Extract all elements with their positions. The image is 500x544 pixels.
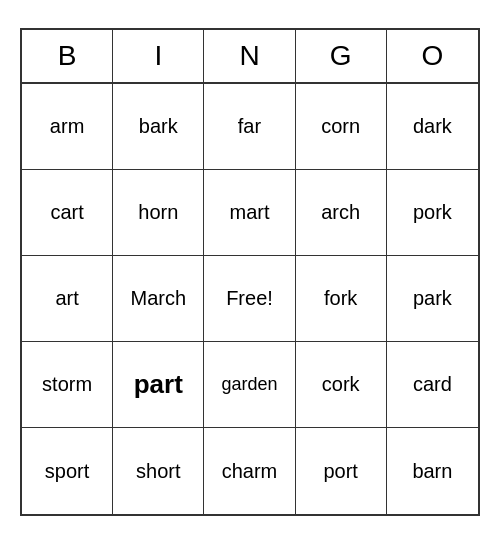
- bingo-header: BINGO: [22, 30, 478, 84]
- bingo-cell: storm: [22, 342, 113, 428]
- bingo-cell: sport: [22, 428, 113, 514]
- bingo-cell: cork: [296, 342, 387, 428]
- header-letter: B: [22, 30, 113, 82]
- header-letter: N: [204, 30, 295, 82]
- bingo-cell: mart: [204, 170, 295, 256]
- bingo-cell: arm: [22, 84, 113, 170]
- bingo-cell: fork: [296, 256, 387, 342]
- bingo-cell: bark: [113, 84, 204, 170]
- bingo-cell: dark: [387, 84, 478, 170]
- bingo-cell: barn: [387, 428, 478, 514]
- bingo-cell: March: [113, 256, 204, 342]
- bingo-cell: pork: [387, 170, 478, 256]
- bingo-cell: Free!: [204, 256, 295, 342]
- bingo-cell: far: [204, 84, 295, 170]
- bingo-cell: art: [22, 256, 113, 342]
- bingo-cell: short: [113, 428, 204, 514]
- bingo-cell: corn: [296, 84, 387, 170]
- bingo-cell: arch: [296, 170, 387, 256]
- bingo-grid: armbarkfarcorndarkcarthornmartarchporkar…: [22, 84, 478, 514]
- bingo-card: BINGO armbarkfarcorndarkcarthornmartarch…: [20, 28, 480, 516]
- bingo-cell: horn: [113, 170, 204, 256]
- header-letter: G: [296, 30, 387, 82]
- bingo-cell: port: [296, 428, 387, 514]
- bingo-cell: park: [387, 256, 478, 342]
- header-letter: O: [387, 30, 478, 82]
- bingo-cell: charm: [204, 428, 295, 514]
- bingo-cell: garden: [204, 342, 295, 428]
- bingo-cell: card: [387, 342, 478, 428]
- bingo-cell: cart: [22, 170, 113, 256]
- bingo-cell: part: [113, 342, 204, 428]
- header-letter: I: [113, 30, 204, 82]
